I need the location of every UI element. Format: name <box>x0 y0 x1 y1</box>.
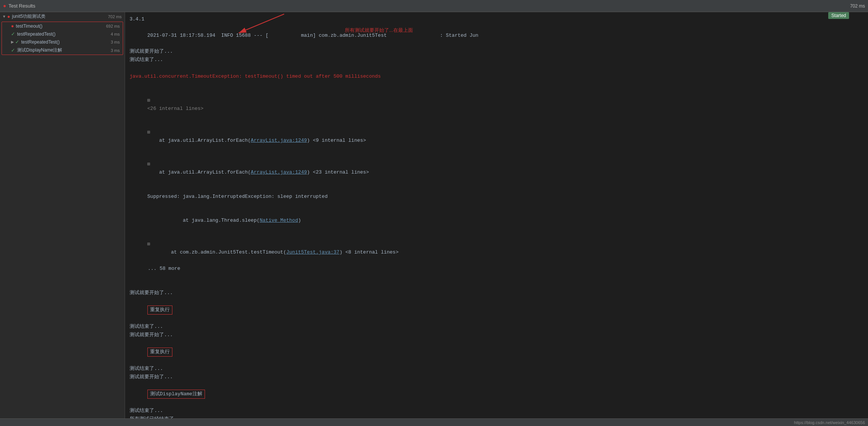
sleep-suffix: ) <box>298 218 301 223</box>
suppressed-text: Suppressed: java.lang.InterruptedExcepti… <box>147 194 328 199</box>
error-icon: ● <box>3 3 6 9</box>
repeated-exec-badge-1: 重复执行 <box>147 305 172 315</box>
item-label: testTimeout() <box>16 23 99 29</box>
section2-start2: 测试就要开始了... <box>130 331 863 339</box>
total-time: 702 ms <box>850 3 865 9</box>
internal1-text: <26 internal lines> <box>147 106 203 111</box>
expand-arrow-icon: ▶ <box>11 40 14 44</box>
console-output: 3.4.1 2021-07-31 18:17:58.194 INFO 15688… <box>125 12 868 418</box>
error-icon: ● <box>11 23 14 29</box>
console-internal2[interactable]: ⊞ at java.util.ArrayList.forEach(ArrayLi… <box>130 121 863 152</box>
panel-title: Test Results <box>8 3 850 9</box>
started-text: Started <box>446 33 467 38</box>
tree-root-item[interactable]: ▼ ● junit5功能测试类 702 ms <box>0 12 125 21</box>
item-label: testRepeatedTest() <box>21 39 99 45</box>
status-bar: https://blog.csdn.net/weixin_44630656 <box>0 418 868 426</box>
console-more-line: ... 58 more <box>130 265 863 273</box>
expand-icon: ⊞ <box>147 241 150 247</box>
at-prefix2: at java.util.ArrayList.forEach( <box>147 169 251 175</box>
started-rest: Jun <box>466 33 478 38</box>
section2-start3: 测试就要开始了... <box>130 373 863 381</box>
timestamp-text: 2021-07-31 18:17:58.194 INFO 15688 --- [ <box>147 33 269 38</box>
item-time: 4 ms <box>99 32 120 36</box>
sleep-prefix: at java.lang.Thread.sleep( <box>147 218 260 223</box>
main-layout: ▼ ● junit5功能测试类 702 ms ● testTimeout() 6… <box>0 12 868 418</box>
section2-boxed2: 重复执行 <box>130 340 863 365</box>
console-suppressed: Suppressed: java.lang.InterruptedExcepti… <box>130 185 863 208</box>
section2-start1: 测试就要开始了... <box>130 289 863 297</box>
link-junit5[interactable]: Junit5Test.java:37 <box>286 249 339 255</box>
console-sleep-line: at java.lang.Thread.sleep(Native Method) <box>130 209 863 232</box>
item-time: 3 ms <box>99 40 120 44</box>
test-results-panel: ▼ ● junit5功能测试类 702 ms ● testTimeout() 6… <box>0 12 125 418</box>
item-label: testRepeatedTest() <box>17 31 99 37</box>
console-version-line: 3.4.1 <box>130 16 863 23</box>
tree-item-displayname[interactable]: ✓ 测试DisplayName注解 3 ms <box>2 46 123 55</box>
section2-end1: 测试结束了... <box>130 323 863 331</box>
console-timeout-line[interactable]: ⊞ at com.zb.admin.Junit5Test.testTimeout… <box>130 233 863 265</box>
status-url: https://blog.csdn.net/weixin_44630656 <box>794 420 865 425</box>
tree-item-repeatedtest1[interactable]: ✓ testRepeatedTest() 4 ms <box>2 30 123 38</box>
section2-all-end: 所有测试已经结束了... <box>130 415 863 418</box>
timeout-prefix: at com.zb.admin.Junit5Test.testTimeout( <box>147 249 286 255</box>
root-time: 702 ms <box>101 14 122 19</box>
internal3-suffix: ) <23 internal lines> <box>307 169 369 175</box>
item-label: 测试DisplayName注解 <box>17 47 99 53</box>
test-items-highlight: ● testTimeout() 692 ms ✓ testRepeatedTes… <box>2 22 123 55</box>
section2-boxed1: 重复执行 <box>130 298 863 323</box>
section2-boxed3: 测试DisplayName注解 <box>130 382 863 407</box>
console-test-end: 测试结束了... <box>130 56 863 64</box>
success-icon: ✓ <box>11 31 15 37</box>
expand-icon: ⊞ <box>147 98 150 103</box>
section2-end3: 测试结束了... <box>130 407 863 415</box>
repeated-exec-badge-2: 重复执行 <box>147 348 172 357</box>
header-bar: ● Test Results 702 ms <box>0 0 868 12</box>
annotation-text: 所有测试就要开始了...在最上面 <box>345 27 413 34</box>
console-error-main: java.util.concurrent.TimeoutException: t… <box>130 73 863 81</box>
link-arraylist1[interactable]: ArrayList.java:1249 <box>251 138 307 143</box>
console-timestamp-line: 2021-07-31 18:17:58.194 INFO 15688 --- [… <box>130 24 863 47</box>
console-test-start: 测试就要开始了... <box>130 48 863 56</box>
thread-text: main <box>269 33 313 38</box>
success-icon: ✓ <box>15 39 19 45</box>
at-prefix: at java.util.ArrayList.forEach( <box>147 138 251 143</box>
internal2-suffix: ) <9 internal lines> <box>307 138 366 143</box>
link-native[interactable]: Native Method <box>260 218 298 223</box>
displayname-badge: 测试DisplayName注解 <box>147 390 205 399</box>
tree-item-repeatedtest2[interactable]: ▶ ✓ testRepeatedTest() 3 ms <box>2 38 123 46</box>
section2-end2: 测试结束了... <box>130 365 863 373</box>
console-internal3[interactable]: ⊞ at java.util.ArrayList.forEach(ArrayLi… <box>130 153 863 185</box>
item-time: 692 ms <box>99 24 120 28</box>
started-badge: Started <box>828 12 849 19</box>
link-arraylist2[interactable]: ArrayList.java:1249 <box>251 169 307 175</box>
expand-icon: ⊞ <box>147 130 150 135</box>
expand-icon: ⊞ <box>147 161 150 167</box>
timeout-suffix: ) <8 internal lines> <box>339 249 399 255</box>
root-label: junit5功能测试类 <box>12 13 101 20</box>
expand-arrow-icon: ▼ <box>2 14 6 19</box>
success-icon: ✓ <box>11 47 15 53</box>
item-time: 3 ms <box>99 48 120 53</box>
tree-item-testtimeout[interactable]: ● testTimeout() 692 ms <box>2 22 123 30</box>
error-icon: ● <box>7 14 10 19</box>
console-internal1[interactable]: ⊞ <26 internal lines> <box>130 89 863 121</box>
